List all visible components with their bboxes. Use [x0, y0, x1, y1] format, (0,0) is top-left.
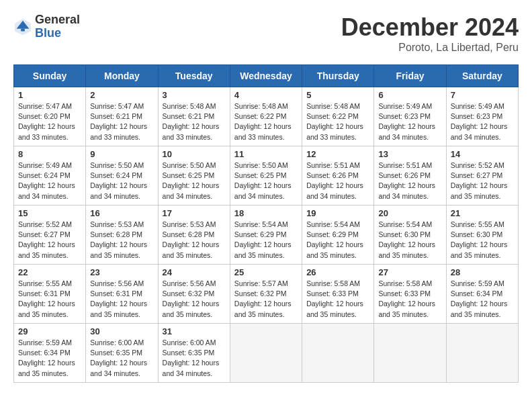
day-13: 13 Sunrise: 5:51 AMSunset: 6:26 PMDaylig… [374, 146, 446, 205]
svg-rect-2 [21, 29, 25, 32]
day-16: 16 Sunrise: 5:53 AMSunset: 6:28 PMDaylig… [86, 205, 158, 265]
day-19: 19 Sunrise: 5:54 AMSunset: 6:29 PMDaylig… [302, 205, 374, 265]
empty-cell-4 [446, 324, 518, 383]
week-row-4: 22 Sunrise: 5:55 AMSunset: 6:31 PMDaylig… [14, 265, 519, 324]
day-27: 27 Sunrise: 5:58 AMSunset: 6:33 PMDaylig… [374, 265, 446, 324]
header-thursday: Thursday [302, 65, 374, 87]
week-row-1: 1 Sunrise: 5:47 AMSunset: 6:20 PMDayligh… [14, 87, 519, 146]
header-sunday: Sunday [14, 65, 86, 87]
week-row-2: 8 Sunrise: 5:49 AMSunset: 6:24 PMDayligh… [14, 146, 519, 205]
calendar-table: Sunday Monday Tuesday Wednesday Thursday… [13, 64, 519, 383]
empty-cell-1 [230, 324, 302, 383]
empty-cell-2 [302, 324, 374, 383]
month-title: December 2024 [341, 13, 519, 42]
day-10: 10 Sunrise: 5:50 AMSunset: 6:25 PMDaylig… [158, 146, 230, 205]
empty-cell-3 [374, 324, 446, 383]
weekday-header-row: Sunday Monday Tuesday Wednesday Thursday… [14, 65, 519, 87]
day-6: 6 Sunrise: 5:49 AMSunset: 6:23 PMDayligh… [374, 87, 446, 146]
logo: General Blue [13, 13, 80, 40]
day-28: 28 Sunrise: 5:59 AMSunset: 6:34 PMDaylig… [446, 265, 518, 324]
day-21: 21 Sunrise: 5:55 AMSunset: 6:30 PMDaylig… [446, 205, 518, 265]
day-1: 1 Sunrise: 5:47 AMSunset: 6:20 PMDayligh… [14, 87, 86, 146]
day-12: 12 Sunrise: 5:51 AMSunset: 6:26 PMDaylig… [302, 146, 374, 205]
day-11: 11 Sunrise: 5:50 AMSunset: 6:25 PMDaylig… [230, 146, 302, 205]
day-26: 26 Sunrise: 5:58 AMSunset: 6:33 PMDaylig… [302, 265, 374, 324]
header-friday: Friday [374, 65, 446, 87]
day-14: 14 Sunrise: 5:52 AMSunset: 6:27 PMDaylig… [446, 146, 518, 205]
day-15: 15 Sunrise: 5:52 AMSunset: 6:27 PMDaylig… [14, 205, 86, 265]
day-20: 20 Sunrise: 5:54 AMSunset: 6:30 PMDaylig… [374, 205, 446, 265]
page-header: General Blue December 2024 Poroto, La Li… [13, 13, 519, 54]
logo-general-text: General [35, 13, 80, 27]
day-3: 3 Sunrise: 5:48 AMSunset: 6:21 PMDayligh… [158, 87, 230, 146]
day-5: 5 Sunrise: 5:48 AMSunset: 6:22 PMDayligh… [302, 87, 374, 146]
day-8: 8 Sunrise: 5:49 AMSunset: 6:24 PMDayligh… [14, 146, 86, 205]
day-9: 9 Sunrise: 5:50 AMSunset: 6:24 PMDayligh… [86, 146, 158, 205]
day-18: 18 Sunrise: 5:54 AMSunset: 6:29 PMDaylig… [230, 205, 302, 265]
week-row-5: 29 Sunrise: 5:59 AMSunset: 6:34 PMDaylig… [14, 324, 519, 383]
title-block: December 2024 Poroto, La Libertad, Peru [341, 13, 519, 54]
header-saturday: Saturday [446, 65, 518, 87]
day-4: 4 Sunrise: 5:48 AMSunset: 6:22 PMDayligh… [230, 87, 302, 146]
header-wednesday: Wednesday [230, 65, 302, 87]
week-row-3: 15 Sunrise: 5:52 AMSunset: 6:27 PMDaylig… [14, 205, 519, 265]
day-24: 24 Sunrise: 5:56 AMSunset: 6:32 PMDaylig… [158, 265, 230, 324]
day-31: 31 Sunrise: 6:00 AMSunset: 6:35 PMDaylig… [158, 324, 230, 383]
day-29: 29 Sunrise: 5:59 AMSunset: 6:34 PMDaylig… [14, 324, 86, 383]
logo-blue-text: Blue [35, 27, 80, 40]
day-22: 22 Sunrise: 5:55 AMSunset: 6:31 PMDaylig… [14, 265, 86, 324]
day-30: 30 Sunrise: 6:00 AMSunset: 6:35 PMDaylig… [86, 324, 158, 383]
day-2: 2 Sunrise: 5:47 AMSunset: 6:21 PMDayligh… [86, 87, 158, 146]
header-monday: Monday [86, 65, 158, 87]
logo-text: General Blue [35, 13, 80, 40]
day-23: 23 Sunrise: 5:56 AMSunset: 6:31 PMDaylig… [86, 265, 158, 324]
logo-icon [13, 17, 32, 36]
location-title: Poroto, La Libertad, Peru [341, 42, 519, 54]
day-7: 7 Sunrise: 5:49 AMSunset: 6:23 PMDayligh… [446, 87, 518, 146]
day-25: 25 Sunrise: 5:57 AMSunset: 6:32 PMDaylig… [230, 265, 302, 324]
header-tuesday: Tuesday [158, 65, 230, 87]
day-17: 17 Sunrise: 5:53 AMSunset: 6:28 PMDaylig… [158, 205, 230, 265]
